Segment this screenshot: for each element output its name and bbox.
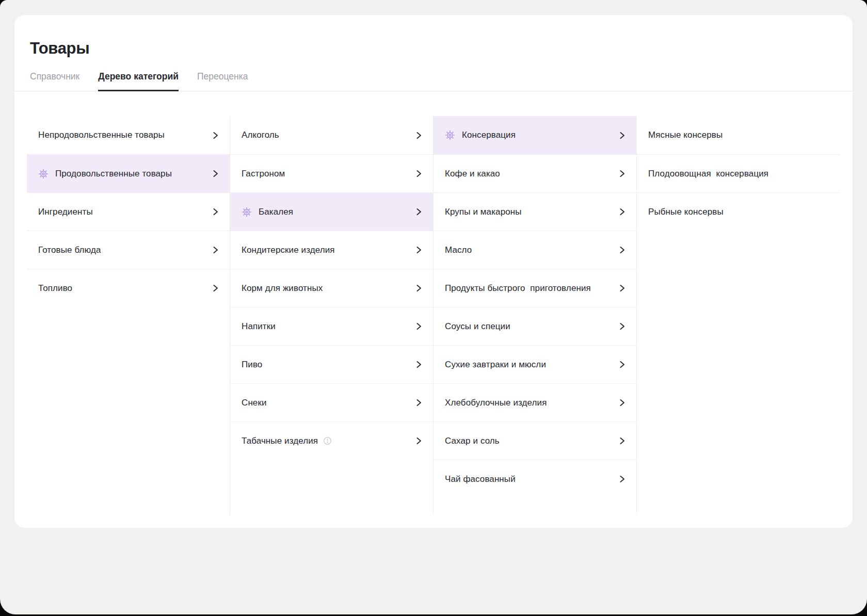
category-row[interactable]: Алкоголь	[230, 116, 433, 154]
category-label: Напитки	[242, 321, 276, 332]
chevron-right-icon	[415, 399, 423, 407]
category-row[interactable]: Гастроном	[230, 154, 433, 192]
chevron-right-icon	[618, 399, 626, 407]
tab-revaluation[interactable]: Переоценка	[197, 71, 248, 91]
chevron-right-icon	[618, 208, 626, 216]
category-label: Снеки	[242, 397, 267, 409]
chevron-right-icon	[415, 132, 423, 139]
chevron-right-icon	[415, 437, 423, 445]
category-row[interactable]: Сухие завтраки и мюсли	[434, 345, 636, 383]
category-label: Алкоголь	[242, 129, 279, 141]
chevron-right-icon	[618, 170, 626, 177]
category-column: Непродовольственные товары Продовольстве…	[27, 116, 230, 515]
category-label: Бакалея	[259, 206, 293, 218]
category-row[interactable]: Снеки	[230, 383, 433, 422]
gear-icon	[242, 207, 252, 217]
info-icon	[323, 436, 332, 445]
category-label: Готовые блюда	[38, 245, 101, 256]
category-row[interactable]: Соусы и специи	[434, 307, 636, 345]
category-label: Мясные консервы	[648, 129, 723, 141]
category-tree: Непродовольственные товары Продовольстве…	[27, 116, 840, 515]
category-row[interactable]: Непродовольственные товары	[27, 116, 230, 154]
chevron-right-icon	[212, 284, 219, 292]
app-window: Товары Справочник Дерево категорий Перео…	[0, 0, 867, 614]
tab-category-tree[interactable]: Дерево категорий	[98, 71, 179, 91]
category-row[interactable]: Чай фасованный	[434, 460, 636, 498]
category-label: Соусы и специи	[445, 321, 510, 332]
category-label: Ингредиенты	[38, 206, 93, 218]
category-label: Консервация	[462, 129, 516, 141]
category-label: Табачные изделия	[242, 435, 318, 447]
category-row[interactable]: Топливо	[27, 269, 230, 307]
category-row[interactable]: Ингредиенты	[27, 192, 230, 231]
chevron-right-icon	[618, 475, 626, 483]
category-row[interactable]: Масло	[434, 231, 636, 269]
category-label: Продукты быстрого приготовления	[445, 283, 591, 294]
page-title: Товары	[14, 15, 853, 60]
chevron-right-icon	[212, 132, 219, 139]
chevron-right-icon	[415, 361, 423, 368]
category-label: Чай фасованный	[445, 474, 516, 485]
products-card: Товары Справочник Дерево категорий Перео…	[14, 15, 853, 528]
category-row[interactable]: Табачные изделия	[230, 422, 433, 460]
category-row[interactable]: Готовые блюда	[27, 231, 230, 269]
chevron-right-icon	[618, 437, 626, 445]
chevron-right-icon	[618, 246, 626, 254]
category-row[interactable]: Консервация	[434, 116, 636, 154]
category-row[interactable]: Мясные консервы	[637, 116, 840, 154]
category-label: Сухие завтраки и мюсли	[445, 359, 546, 370]
tab-directory[interactable]: Справочник	[30, 71, 79, 91]
category-label: Топливо	[38, 283, 72, 294]
category-row[interactable]: Рыбные консервы	[637, 192, 840, 231]
category-row[interactable]: Крупы и макароны	[434, 192, 636, 231]
category-row[interactable]: Хлебобулочные изделия	[434, 383, 636, 422]
chevron-right-icon	[415, 322, 423, 330]
chevron-right-icon	[415, 246, 423, 254]
category-row[interactable]: Корм для животных	[230, 269, 433, 307]
chevron-right-icon	[415, 208, 423, 216]
category-label: Плодоовощная консервация	[648, 168, 768, 180]
chevron-right-icon	[212, 208, 219, 216]
category-row[interactable]: Кондитерские изделия	[230, 231, 433, 269]
category-row[interactable]: Бакалея	[230, 192, 433, 231]
gear-icon	[38, 169, 49, 179]
category-label: Крупы и макароны	[445, 206, 522, 218]
category-label: Кофе и какао	[445, 168, 500, 180]
category-label: Пиво	[242, 359, 262, 370]
chevron-right-icon	[618, 322, 626, 330]
category-label: Рыбные консервы	[648, 206, 724, 218]
chevron-right-icon	[618, 361, 626, 368]
chevron-right-icon	[212, 246, 219, 254]
category-label: Масло	[445, 245, 472, 256]
category-row[interactable]: Напитки	[230, 307, 433, 345]
chevron-right-icon	[415, 284, 423, 292]
category-label: Гастроном	[242, 168, 285, 180]
category-label: Непродовольственные товары	[38, 129, 165, 141]
category-column: Консервация Кофе и какао Крупы и макарон…	[434, 116, 637, 515]
category-label: Хлебобулочные изделия	[445, 397, 547, 409]
category-column: Мясные консервы Плодоовощная консервация…	[637, 116, 840, 515]
chevron-right-icon	[618, 284, 626, 292]
category-label: Кондитерские изделия	[242, 245, 335, 256]
chevron-right-icon	[212, 170, 219, 177]
tabs-bar: Справочник Дерево категорий Переоценка	[14, 60, 853, 91]
category-row[interactable]: Продовольственные товары	[27, 154, 230, 192]
category-label: Корм для животных	[242, 283, 323, 294]
category-label: Сахар и соль	[445, 435, 500, 447]
category-row[interactable]: Продукты быстрого приготовления	[434, 269, 636, 307]
category-column: Алкоголь Гастроном	[230, 116, 434, 515]
category-row[interactable]: Сахар и соль	[434, 422, 636, 460]
category-row[interactable]: Плодоовощная консервация	[637, 154, 840, 192]
chevron-right-icon	[415, 170, 423, 177]
category-label: Продовольственные товары	[55, 168, 172, 180]
category-row[interactable]: Пиво	[230, 345, 433, 383]
category-row[interactable]: Кофе и какао	[434, 154, 636, 192]
chevron-right-icon	[618, 132, 626, 139]
gear-icon	[445, 130, 455, 140]
